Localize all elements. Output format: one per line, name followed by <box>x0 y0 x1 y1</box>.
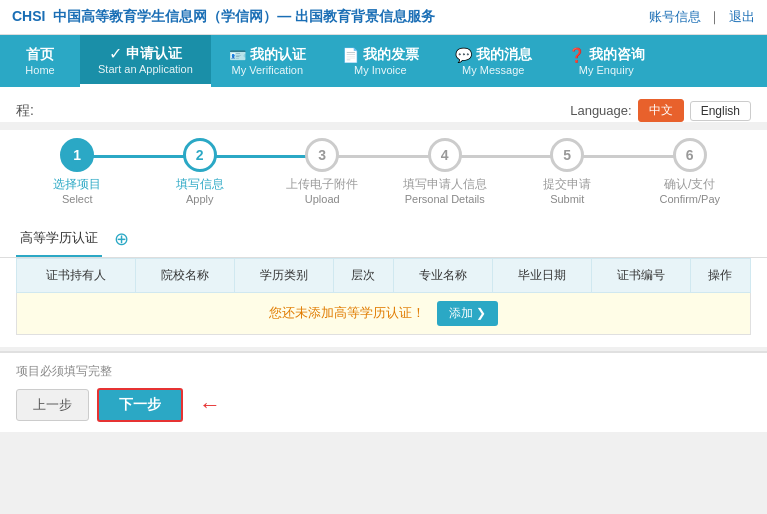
navbar: 首页 Home ✓ 申请认证 Start an Application 🪪 我的… <box>0 35 767 87</box>
nav-home-cn: 首页 <box>26 46 54 64</box>
step-2-labels: 填写信息 Apply <box>176 176 224 205</box>
table-section: 证书持有人 院校名称 学历类别 层次 专业名称 毕业日期 证书编号 操作 您还未… <box>0 258 767 335</box>
step-6: 6 确认/支付 Confirm/Pay <box>629 138 752 205</box>
nav-apply-cn: 申请认证 <box>126 45 182 63</box>
step-5-circle: 5 <box>550 138 584 172</box>
language-bar: Language: 中文 English <box>570 99 751 122</box>
nav-msg-en: My Message <box>462 64 524 76</box>
nav-item-apply[interactable]: ✓ 申请认证 Start an Application <box>80 35 211 87</box>
header: CHSI 中国高等教育学生信息网（学信网）— 出国教育背景信息服务 账号信息 ｜… <box>0 0 767 35</box>
step-6-en: Confirm/Pay <box>659 193 720 205</box>
add-record-button[interactable]: 添加 ❯ <box>437 301 498 326</box>
nav-home-en: Home <box>25 64 54 76</box>
step-3-circle: 3 <box>305 138 339 172</box>
step-3-cn: 上传电子附件 <box>286 176 358 193</box>
nav-enq-cn: 我的咨询 <box>589 46 645 64</box>
step-4-en: Personal Details <box>405 193 485 205</box>
step-3-labels: 上传电子附件 Upload <box>286 176 358 205</box>
steps-container: 1 选择项目 Select 2 填写信息 Apply 3 上传电子附件 Uplo… <box>0 130 767 221</box>
step-4-labels: 填写申请人信息 Personal Details <box>403 176 487 205</box>
step-4: 4 填写申请人信息 Personal Details <box>384 138 507 205</box>
site-title: 中国高等教育学生信息网（学信网）— 出国教育背景信息服务 <box>53 8 435 24</box>
nav-item-verification[interactable]: 🪪 我的认证 My Verification <box>211 35 324 87</box>
process-title: 程: <box>16 102 34 120</box>
step-3: 3 上传电子附件 Upload <box>261 138 384 205</box>
tab-section: 高等学历认证 ⊕ <box>0 221 767 258</box>
step-4-cn: 填写申请人信息 <box>403 176 487 193</box>
nav-item-invoice[interactable]: 📄 我的发票 My Invoice <box>324 35 437 87</box>
nav-item-message[interactable]: 💬 我的消息 My Message <box>437 35 550 87</box>
enquiry-icon: ❓ <box>568 47 585 63</box>
nav-item-enquiry[interactable]: ❓ 我的咨询 My Enquiry <box>550 35 663 87</box>
step-4-circle: 4 <box>428 138 462 172</box>
step-1: 1 选择项目 Select <box>16 138 139 205</box>
step-1-en: Select <box>62 193 93 205</box>
account-link[interactable]: 账号信息 <box>649 9 701 24</box>
logout-link[interactable]: 退出 <box>729 9 755 24</box>
nav-enq-en: My Enquiry <box>579 64 634 76</box>
prev-button[interactable]: 上一步 <box>16 389 89 421</box>
footer-section: 项目必须填写完整 上一步 下一步 ← <box>0 351 767 432</box>
step-2-cn: 填写信息 <box>176 176 224 193</box>
nav-invoice-en: My Invoice <box>354 64 407 76</box>
step-5-en: Submit <box>550 193 584 205</box>
footer-warning: 项目必须填写完整 <box>16 363 751 380</box>
header-actions: 账号信息 ｜ 退出 <box>649 8 755 26</box>
tab-add-button[interactable]: ⊕ <box>110 224 133 254</box>
invoice-icon: 📄 <box>342 47 359 63</box>
col-school: 院校名称 <box>135 259 234 293</box>
empty-message: 您还未添加高等学历认证！ <box>269 305 425 320</box>
step-5: 5 提交申请 Submit <box>506 138 629 205</box>
step-6-circle: 6 <box>673 138 707 172</box>
nav-verif-cn: 我的认证 <box>250 46 306 64</box>
verification-icon: 🪪 <box>229 47 246 63</box>
tab-label[interactable]: 高等学历认证 <box>16 221 102 257</box>
step-3-en: Upload <box>305 193 340 205</box>
process-section: 程: Language: 中文 English <box>0 87 767 122</box>
footer-buttons: 上一步 下一步 ← <box>16 388 751 422</box>
col-date: 毕业日期 <box>492 259 591 293</box>
step-1-cn: 选择项目 <box>53 176 101 193</box>
logo: CHSI <box>12 8 45 24</box>
nav-item-home[interactable]: 首页 Home <box>0 35 80 87</box>
table-row-empty: 您还未添加高等学历认证！ 添加 ❯ <box>17 293 751 335</box>
table-header-row: 证书持有人 院校名称 学历类别 层次 专业名称 毕业日期 证书编号 操作 <box>17 259 751 293</box>
step-2: 2 填写信息 Apply <box>139 138 262 205</box>
records-table: 证书持有人 院校名称 学历类别 层次 专业名称 毕业日期 证书编号 操作 您还未… <box>16 258 751 335</box>
step-2-en: Apply <box>186 193 214 205</box>
next-button[interactable]: 下一步 <box>97 388 183 422</box>
process-header: 程: Language: 中文 English <box>16 99 751 122</box>
col-type: 学历类别 <box>234 259 333 293</box>
step-1-labels: 选择项目 Select <box>53 176 101 205</box>
step-1-circle: 1 <box>60 138 94 172</box>
arrow-hint-icon: ← <box>199 392 221 418</box>
nav-apply-en: Start an Application <box>98 63 193 75</box>
nav-verif-en: My Verification <box>232 64 304 76</box>
step-5-cn: 提交申请 <box>543 176 591 193</box>
lang-en-button[interactable]: English <box>690 101 751 121</box>
header-title: CHSI 中国高等教育学生信息网（学信网）— 出国教育背景信息服务 <box>12 8 435 26</box>
lang-zh-button[interactable]: 中文 <box>638 99 684 122</box>
nav-invoice-cn: 我的发票 <box>363 46 419 64</box>
step-6-cn: 确认/支付 <box>664 176 715 193</box>
step-5-labels: 提交申请 Submit <box>543 176 591 205</box>
checkmark-icon: ✓ <box>109 44 122 63</box>
nav-msg-cn: 我的消息 <box>476 46 532 64</box>
message-icon: 💬 <box>455 47 472 63</box>
empty-cell: 您还未添加高等学历认证！ 添加 ❯ <box>17 293 751 335</box>
col-action: 操作 <box>690 259 750 293</box>
step-2-circle: 2 <box>183 138 217 172</box>
col-level: 层次 <box>333 259 393 293</box>
step-6-labels: 确认/支付 Confirm/Pay <box>659 176 720 205</box>
col-certno: 证书编号 <box>591 259 690 293</box>
col-holder: 证书持有人 <box>17 259 136 293</box>
col-major: 专业名称 <box>393 259 492 293</box>
language-label: Language: <box>570 103 631 118</box>
